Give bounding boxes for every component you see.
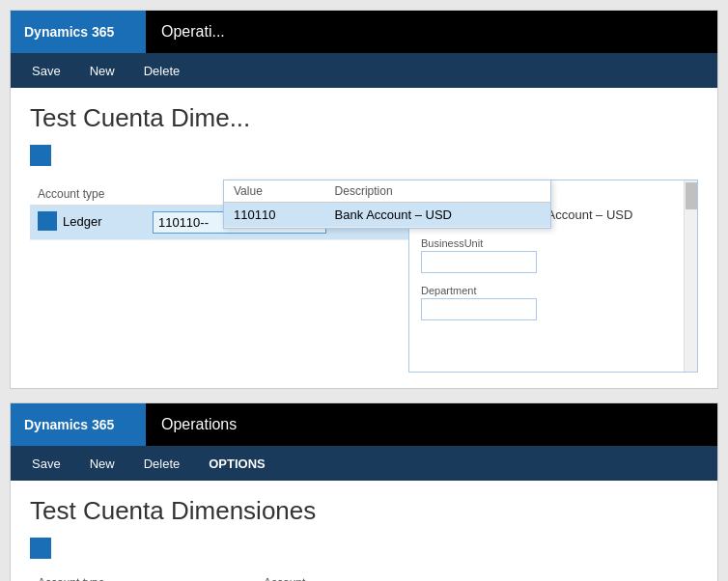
department-input[interactable]: [421, 298, 537, 320]
brand-2: Dynamics 365: [11, 403, 146, 446]
panel1-layout: Account type Ledger: [30, 180, 698, 373]
content-2: Test Cuenta Dimensiones Account type Acc…: [11, 481, 717, 581]
row-indicator-cell-1: Ledger: [30, 206, 145, 240]
business-unit-label: BusinessUnit: [421, 237, 686, 249]
row-type-1: Ledger: [63, 214, 101, 229]
nav-title-2: Operations: [146, 416, 252, 433]
nav-bar-1: Dynamics 365 Operati...: [11, 11, 717, 53]
page-title-2: Test Cuenta Dimensiones: [30, 496, 698, 526]
scrollbar-thumb: [686, 182, 697, 209]
brand-label-2: Dynamics 365: [24, 417, 114, 432]
save-button-1[interactable]: Save: [18, 53, 74, 88]
blue-square-1: [30, 145, 51, 166]
toolbar-2: Save New Delete OPTIONS: [11, 446, 717, 481]
col-header-type-1: Account type: [30, 183, 145, 206]
blue-square-2: [30, 538, 51, 559]
popup-row-1[interactable]: 110110 Bank Account – USD: [224, 203, 550, 228]
right-panel-scrollbar[interactable]: [684, 180, 697, 372]
toolbar-1: Save New Delete: [11, 53, 717, 88]
business-unit-input[interactable]: [421, 251, 537, 273]
panel-1: Dynamics 365 Operati... Save New Delete …: [10, 10, 718, 389]
popup-value-1: 110110: [224, 203, 325, 228]
popup-1: Value Description 110110 Bank Account – …: [223, 180, 551, 229]
popup-table-1: Value Description 110110 Bank Account – …: [224, 180, 550, 228]
options-button-2[interactable]: OPTIONS: [195, 446, 279, 481]
col-header-account-2: Account: [256, 572, 493, 581]
popup-col-desc: Description: [325, 180, 550, 203]
department-label: Department: [421, 285, 686, 296]
nav-title-1: Operati...: [146, 23, 240, 41]
save-button-2[interactable]: Save: [18, 446, 74, 481]
col-header-type-2: Account type: [30, 572, 256, 581]
popup-desc-1: Bank Account – USD: [325, 203, 550, 228]
row-indicator-1: [38, 211, 57, 231]
delete-button-2[interactable]: Delete: [130, 446, 194, 481]
panel-2: Dynamics 365 Operations Save New Delete …: [10, 402, 718, 581]
brand-1: Dynamics 365: [11, 11, 146, 53]
brand-label-1: Dynamics 365: [24, 24, 114, 40]
page-title-1: Test Cuenta Dime...: [30, 103, 698, 133]
content-1: Test Cuenta Dime... Account type: [11, 88, 717, 388]
business-unit-group: BusinessUnit: [421, 237, 686, 273]
nav-bar-2: Dynamics 365 Operations: [11, 403, 717, 446]
new-button-2[interactable]: New: [76, 446, 128, 481]
delete-button-1[interactable]: Delete: [130, 53, 194, 88]
data-table-2: Account type Account Ledger 110110-001-: [30, 572, 493, 581]
new-button-1[interactable]: New: [76, 53, 128, 88]
department-group: Department: [421, 285, 686, 320]
popup-col-value: Value: [224, 180, 325, 203]
